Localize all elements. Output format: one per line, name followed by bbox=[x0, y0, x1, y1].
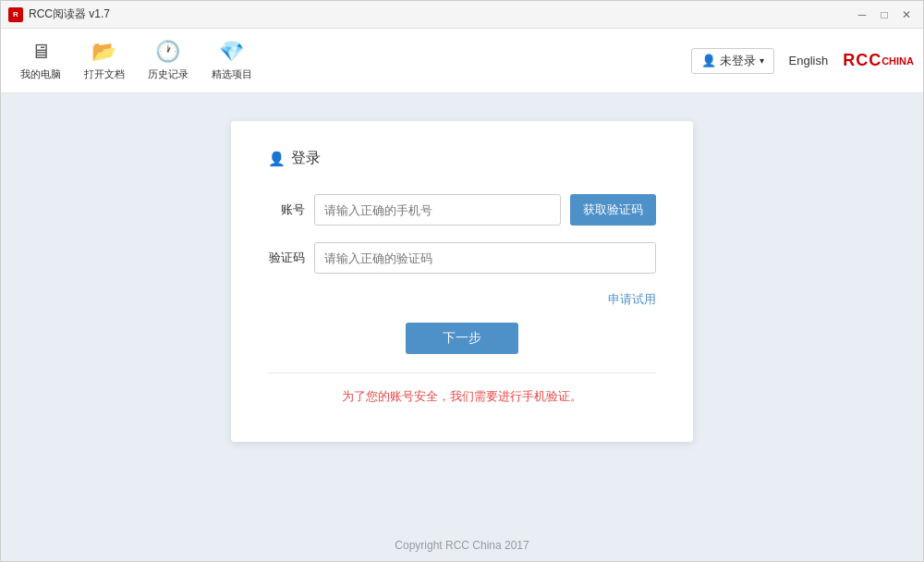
login-btn-label: 未登录 bbox=[720, 53, 756, 69]
apply-link[interactable]: 申请试用 bbox=[608, 292, 656, 306]
next-button[interactable]: 下一步 bbox=[406, 323, 518, 354]
security-notice: 为了您的账号安全，我们需要进行手机验证。 bbox=[268, 388, 656, 405]
account-row: 账号 获取验证码 bbox=[268, 194, 656, 226]
language-button[interactable]: English bbox=[784, 50, 834, 71]
login-user-icon: 👤 bbox=[268, 151, 286, 167]
toolbar-open-doc-label: 打开文档 bbox=[84, 67, 125, 81]
toolbar-my-computer[interactable]: 🖥 我的电脑 bbox=[10, 33, 70, 89]
account-label: 账号 bbox=[268, 202, 305, 218]
verify-input[interactable] bbox=[314, 242, 656, 274]
rcc-logo: RCC CHINA bbox=[843, 51, 914, 70]
clock-icon: 🕐 bbox=[155, 40, 180, 64]
login-title-text: 登录 bbox=[291, 149, 321, 168]
login-card: 👤 登录 账号 获取验证码 验证码 申请试用 下一步 为了您的账号安全，我们需要… bbox=[231, 121, 693, 442]
toolbar-left: 🖥 我的电脑 📂 打开文档 🕐 历史记录 💎 精选项目 bbox=[10, 33, 261, 89]
folder-icon: 📂 bbox=[91, 40, 116, 64]
minimize-button[interactable]: ─ bbox=[853, 6, 871, 24]
rcc-logo-china: CHINA bbox=[881, 55, 914, 67]
get-code-button[interactable]: 获取验证码 bbox=[570, 194, 656, 226]
toolbar-open-doc[interactable]: 📂 打开文档 bbox=[74, 33, 134, 89]
divider bbox=[268, 373, 656, 373]
close-button[interactable]: ✕ bbox=[897, 6, 916, 24]
login-button[interactable]: 👤 未登录 ▾ bbox=[691, 48, 774, 74]
toolbar-history[interactable]: 🕐 历史记录 bbox=[138, 33, 198, 89]
title-bar-text: RCC阅读器 v1.7 bbox=[29, 6, 853, 22]
rcc-logo-rcc: RCC bbox=[843, 51, 881, 70]
footer: Copyright RCC China 2017 bbox=[1, 530, 923, 561]
copyright-text: Copyright RCC China 2017 bbox=[395, 539, 529, 552]
toolbar-my-computer-label: 我的电脑 bbox=[20, 67, 61, 81]
verify-row: 验证码 bbox=[268, 242, 656, 274]
main-content: 👤 登录 账号 获取验证码 验证码 申请试用 下一步 为了您的账号安全，我们需要… bbox=[1, 93, 923, 530]
toolbar-featured-label: 精选项目 bbox=[212, 67, 252, 81]
chevron-down-icon: ▾ bbox=[760, 55, 764, 66]
diamond-icon: 💎 bbox=[219, 40, 244, 64]
apply-link-container: 申请试用 bbox=[268, 290, 656, 308]
account-input[interactable] bbox=[314, 194, 561, 226]
computer-icon: 🖥 bbox=[30, 40, 51, 64]
toolbar-featured[interactable]: 💎 精选项目 bbox=[201, 33, 261, 89]
window-controls: ─ □ ✕ bbox=[853, 6, 916, 24]
verify-label: 验证码 bbox=[268, 250, 305, 266]
toolbar: 🖥 我的电脑 📂 打开文档 🕐 历史记录 💎 精选项目 👤 未登录 ▾ Engl… bbox=[1, 29, 923, 93]
toolbar-right: 👤 未登录 ▾ English RCC CHINA bbox=[691, 48, 914, 74]
maximize-button[interactable]: □ bbox=[875, 6, 894, 24]
toolbar-history-label: 历史记录 bbox=[148, 67, 188, 81]
user-icon: 👤 bbox=[701, 54, 716, 67]
title-bar: R RCC阅读器 v1.7 ─ □ ✕ bbox=[1, 1, 923, 29]
app-icon: R bbox=[8, 7, 23, 22]
login-card-title: 👤 登录 bbox=[268, 149, 656, 168]
